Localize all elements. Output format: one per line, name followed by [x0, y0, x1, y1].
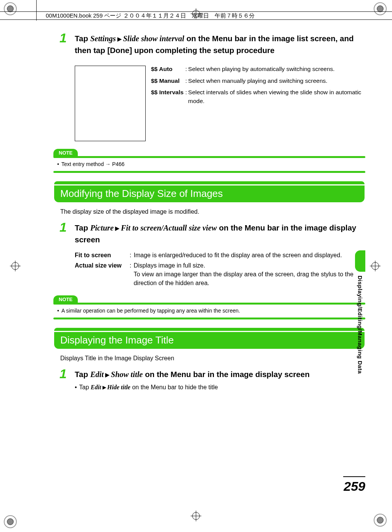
page-number-rule — [343, 476, 365, 477]
content-area: 1 Tap Settings ▶ Slide show interval on … — [53, 33, 365, 494]
text: on the Menu bar in the image display scr… — [143, 370, 309, 379]
triangle-icon: ▶ — [114, 225, 121, 231]
def-fit-to-screen: Fit to screen : Image is enlarged/reduce… — [75, 251, 365, 260]
section-title: Displaying the Image Title — [54, 332, 365, 349]
side-tab: Displaying/Editing/Managing Data — [355, 250, 365, 392]
step-instruction: Tap Picture ▶ Fit to screen/Actuall size… — [75, 222, 365, 245]
section-displaying-image-title: Displaying the Image Title — [53, 328, 365, 349]
def-actual-size: Actual size view : Displays image in ful… — [75, 261, 365, 288]
text: Tap — [75, 223, 90, 232]
text: Tap — [75, 34, 90, 43]
note-label: NOTE — [53, 149, 78, 157]
step-number: 1 — [59, 31, 67, 45]
section-modifying-display-size: Modifying the Display Size of Images — [53, 181, 365, 202]
option-label: $$ Manual — [151, 77, 185, 85]
option-desc: Select when playing by automatically swi… — [188, 65, 334, 73]
registration-mark-br — [374, 514, 387, 527]
section-intro: The display size of the displayed image … — [60, 208, 365, 215]
section-title: Modifying the Display Size of Images — [54, 185, 365, 202]
option-desc: Select intervals of slides when viewing … — [188, 88, 365, 105]
note-body: •Text entry method → P466 — [53, 158, 365, 171]
step-slide-show-interval: 1 Tap Settings ▶ Slide show interval on … — [53, 33, 365, 141]
registration-mark-bl — [4, 515, 17, 528]
menu-path-slide-show-interval: Slide show interval — [123, 34, 185, 43]
menu-path-edit: Edit — [90, 370, 104, 379]
note-block: NOTE •A similar operation can be perform… — [53, 295, 365, 319]
option-auto: $$ Auto : Select when playing by automat… — [151, 65, 365, 73]
note-body: •A similar operation can be performed by… — [53, 305, 365, 318]
menu-path-hide-title: Hide title — [107, 384, 130, 390]
triangle-icon: ▶ — [101, 385, 107, 390]
menu-path-edit: Edit — [91, 384, 101, 390]
option-desc: Select when manually playing and switchi… — [188, 77, 327, 85]
options-block: $$ Auto : Select when playing by automat… — [53, 58, 365, 141]
menu-path-settings: Settings — [90, 34, 116, 43]
note-label: NOTE — [53, 295, 78, 303]
text: Tap — [79, 384, 91, 390]
menu-path-fit-actual: Fit to screen/Actuall size view — [121, 224, 217, 232]
page-number: 259 — [344, 479, 365, 494]
text: Tap — [75, 370, 90, 379]
option-manual: $$ Manual : Select when manually playing… — [151, 77, 365, 85]
menu-path-show-title: Show title — [111, 370, 143, 379]
bullet-icon: • — [75, 384, 77, 390]
option-label: $$ Auto — [151, 65, 185, 73]
section-bar-top — [54, 181, 365, 184]
crop-cross-bottom — [191, 511, 201, 521]
option-label: $$ Intervals — [151, 88, 185, 105]
running-head: 00M1000EN.book 259 ページ ２００４年１１月２４日 水曜日 午… — [46, 12, 255, 19]
colon: : — [185, 88, 187, 105]
step-number: 1 — [59, 366, 67, 381]
colon: : — [130, 261, 131, 288]
section-bar-top — [54, 328, 365, 331]
triangle-icon: ▶ — [104, 372, 111, 378]
side-tab-color — [355, 250, 365, 272]
note-bottom-bar — [53, 318, 365, 319]
note-bottom-bar — [53, 171, 365, 173]
options-list: $$ Auto : Select when playing by automat… — [151, 65, 365, 141]
side-tab-label: Displaying/Editing/Managing Data — [357, 276, 363, 374]
section-intro: Displays Title in the Image Display Scre… — [60, 355, 365, 362]
colon: : — [185, 77, 187, 85]
bullet-icon: • — [57, 161, 59, 167]
screenshot-placeholder — [75, 66, 146, 141]
step-number: 1 — [59, 220, 67, 235]
def-desc: Displays image in full size. To view an … — [133, 261, 365, 288]
step-fit-to-screen: 1 Tap Picture ▶ Fit to screen/Actuall si… — [53, 222, 365, 287]
option-intervals: $$ Intervals : Select intervals of slide… — [151, 88, 365, 105]
def-label: Fit to screen — [75, 251, 130, 260]
manual-page: 00M1000EN.book 259 ページ ２００４年１１月２４日 水曜日 午… — [0, 0, 392, 532]
note-text: Text entry method → P466 — [61, 161, 125, 167]
sub-bullet: •Tap Edit ▶ Hide title on the Menu bar t… — [75, 384, 365, 391]
crop-cross-right — [370, 261, 381, 271]
bullet-icon: • — [57, 308, 59, 314]
note-text: A similar operation can be performed by … — [61, 308, 240, 314]
text: on the Menu bar to hide the title — [130, 384, 218, 390]
note-block: NOTE •Text entry method → P466 — [53, 149, 365, 173]
crop-cross-left — [10, 261, 21, 271]
step-instruction: Tap Edit ▶ Show title on the Menu bar in… — [75, 369, 365, 380]
step-instruction: Tap Settings ▶ Slide show interval on th… — [75, 33, 365, 56]
def-desc: Image is enlarged/reduced to fit the dis… — [133, 251, 342, 260]
colon: : — [130, 251, 131, 260]
triangle-icon: ▶ — [116, 36, 123, 42]
step-show-title: 1 Tap Edit ▶ Show title on the Menu bar … — [53, 369, 365, 391]
def-label: Actual size view — [75, 261, 130, 288]
menu-path-picture: Picture — [90, 224, 114, 232]
running-head-rule: 00M1000EN.book 259 ページ ２００４年１１月２４日 水曜日 午… — [0, 11, 392, 20]
colon: : — [185, 65, 187, 73]
